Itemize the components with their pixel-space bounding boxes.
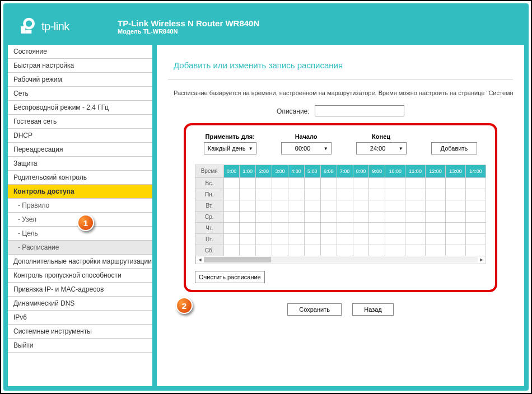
menu-item[interactable]: Переадресация	[8, 143, 152, 157]
menu-item[interactable]: Беспроводной режим - 2,4 ГГц	[8, 101, 152, 115]
schedule-cell[interactable]	[465, 222, 486, 233]
schedule-cell[interactable]	[304, 189, 320, 200]
schedule-cell[interactable]	[288, 189, 305, 200]
schedule-cell[interactable]	[405, 200, 426, 211]
menu-item[interactable]: Привязка IP- и MAC-адресов	[8, 283, 152, 297]
schedule-cell[interactable]	[304, 211, 320, 222]
menu-item[interactable]: Сеть	[8, 87, 152, 101]
schedule-cell[interactable]	[385, 233, 405, 245]
schedule-cell[interactable]	[320, 245, 337, 256]
menu-item[interactable]: IPv6	[8, 311, 152, 325]
start-select[interactable]: 00:00	[281, 142, 332, 154]
schedule-cell[interactable]	[369, 233, 385, 245]
schedule-cell[interactable]	[240, 222, 256, 233]
schedule-cell[interactable]	[405, 233, 426, 245]
schedule-cell[interactable]	[320, 177, 337, 189]
schedule-cell[interactable]	[385, 200, 405, 211]
schedule-cell[interactable]	[256, 211, 272, 222]
schedule-cell[interactable]	[272, 222, 288, 233]
schedule-cell[interactable]	[446, 233, 466, 245]
back-button[interactable]: Назад	[352, 303, 394, 316]
schedule-cell[interactable]	[288, 233, 305, 245]
schedule-cell[interactable]	[446, 245, 466, 256]
schedule-cell[interactable]	[288, 177, 305, 189]
schedule-cell[interactable]	[369, 222, 385, 233]
schedule-cell[interactable]	[426, 211, 446, 222]
add-button[interactable]: Добавить	[431, 142, 478, 154]
schedule-cell[interactable]	[256, 200, 272, 211]
schedule-cell[interactable]	[369, 189, 385, 200]
schedule-cell[interactable]	[426, 222, 446, 233]
schedule-cell[interactable]	[304, 177, 320, 189]
schedule-cell[interactable]	[426, 200, 446, 211]
schedule-cell[interactable]	[337, 233, 353, 245]
schedule-cell[interactable]	[337, 189, 353, 200]
schedule-cell[interactable]	[304, 200, 320, 211]
apply-select[interactable]: Каждый день	[204, 142, 256, 154]
schedule-cell[interactable]	[446, 211, 466, 222]
menu-item[interactable]: Родительский контроль	[8, 171, 152, 185]
menu-item[interactable]: Быстрая настройка	[8, 59, 152, 73]
description-input[interactable]	[315, 105, 404, 116]
schedule-cell[interactable]	[446, 177, 466, 189]
schedule-cell[interactable]	[272, 211, 288, 222]
schedule-cell[interactable]	[240, 245, 256, 256]
schedule-cell[interactable]	[353, 222, 369, 233]
schedule-cell[interactable]	[240, 211, 256, 222]
schedule-cell[interactable]	[320, 211, 337, 222]
schedule-cell[interactable]	[446, 189, 466, 200]
schedule-cell[interactable]	[256, 233, 272, 245]
schedule-cell[interactable]	[385, 189, 405, 200]
schedule-cell[interactable]	[353, 211, 369, 222]
schedule-cell[interactable]	[465, 211, 486, 222]
menu-item[interactable]: - Расписание	[8, 241, 152, 255]
schedule-cell[interactable]	[405, 222, 426, 233]
schedule-cell[interactable]	[304, 245, 320, 256]
schedule-cell[interactable]	[385, 177, 405, 189]
schedule-cell[interactable]	[256, 177, 272, 189]
schedule-cell[interactable]	[223, 211, 240, 222]
save-button[interactable]: Сохранить	[287, 303, 342, 316]
schedule-cell[interactable]	[405, 211, 426, 222]
menu-item[interactable]: Гостевая сеть	[8, 115, 152, 129]
menu-item[interactable]: Защита	[8, 157, 152, 171]
menu-item[interactable]: - Правило	[8, 199, 152, 213]
schedule-cell[interactable]	[240, 189, 256, 200]
schedule-cell[interactable]	[240, 200, 256, 211]
schedule-cell[interactable]	[272, 189, 288, 200]
menu-item[interactable]: Системные инструменты	[8, 325, 152, 339]
menu-item[interactable]: DHCP	[8, 129, 152, 143]
menu-item[interactable]: Дополнительные настройки маршрутизации	[8, 255, 152, 269]
schedule-cell[interactable]	[256, 245, 272, 256]
schedule-cell[interactable]	[223, 189, 240, 200]
schedule-cell[interactable]	[337, 222, 353, 233]
schedule-cell[interactable]	[446, 222, 466, 233]
schedule-cell[interactable]	[272, 200, 288, 211]
menu-item[interactable]: Выйти	[8, 339, 152, 353]
schedule-cell[interactable]	[240, 233, 256, 245]
schedule-cell[interactable]	[405, 245, 426, 256]
schedule-cell[interactable]	[385, 245, 405, 256]
schedule-cell[interactable]	[240, 177, 256, 189]
schedule-cell[interactable]	[320, 222, 337, 233]
schedule-cell[interactable]	[272, 233, 288, 245]
schedule-cell[interactable]	[353, 233, 369, 245]
scroll-right-icon[interactable]: ►	[478, 257, 486, 262]
schedule-cell[interactable]	[369, 200, 385, 211]
schedule-cell[interactable]	[465, 233, 486, 245]
schedule-cell[interactable]	[426, 233, 446, 245]
menu-item[interactable]: Динамический DNS	[8, 297, 152, 311]
schedule-cell[interactable]	[426, 245, 446, 256]
schedule-cell[interactable]	[223, 177, 240, 189]
schedule-cell[interactable]	[304, 222, 320, 233]
schedule-cell[interactable]	[369, 177, 385, 189]
schedule-cell[interactable]	[426, 189, 446, 200]
schedule-cell[interactable]	[272, 245, 288, 256]
schedule-cell[interactable]	[256, 222, 272, 233]
schedule-cell[interactable]	[320, 233, 337, 245]
schedule-cell[interactable]	[369, 211, 385, 222]
schedule-cell[interactable]	[465, 189, 486, 200]
schedule-cell[interactable]	[405, 177, 426, 189]
schedule-cell[interactable]	[426, 177, 446, 189]
schedule-cell[interactable]	[465, 177, 486, 189]
